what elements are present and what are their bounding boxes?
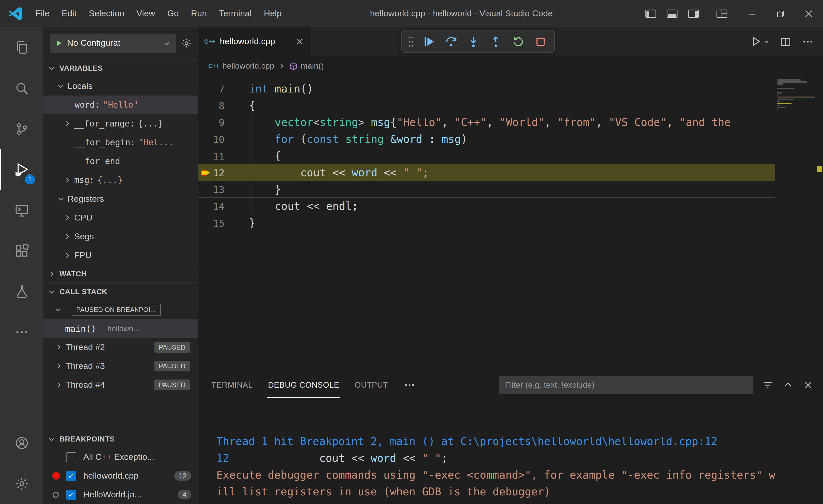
- variable-row[interactable]: __for_begin:"Hel...: [43, 133, 198, 152]
- panel-tab-output[interactable]: OUTPUT: [354, 372, 389, 398]
- more-actions-icon[interactable]: [802, 35, 814, 48]
- menu-selection[interactable]: Selection: [83, 0, 130, 27]
- menu-terminal[interactable]: Terminal: [213, 0, 258, 27]
- step-into-button[interactable]: [464, 32, 483, 51]
- activity-run-and-debug-icon[interactable]: 1: [0, 149, 43, 190]
- activity-search-icon[interactable]: [0, 68, 43, 109]
- code-line[interactable]: 14 cout << endl;: [198, 198, 823, 214]
- registers-group-row[interactable]: FPU: [43, 246, 198, 265]
- variables-section-header[interactable]: VARIABLES: [43, 59, 198, 77]
- maximize-panel-icon[interactable]: [781, 378, 795, 392]
- chevron-down-icon: [764, 39, 770, 45]
- close-button[interactable]: [795, 0, 823, 27]
- call-stack-section-header[interactable]: CALL STACK: [43, 283, 198, 300]
- activity-more-icon[interactable]: [0, 312, 43, 353]
- toolbar-drag-handle[interactable]: [406, 32, 416, 51]
- activity-testing-icon[interactable]: [0, 271, 43, 312]
- editor-gutter[interactable]: 9: [198, 114, 249, 131]
- callstack-thread-row[interactable]: Thread #4PAUSED: [43, 375, 198, 394]
- activity-remote-explorer-icon[interactable]: [0, 190, 43, 231]
- minimap[interactable]: [775, 76, 816, 372]
- debug-config-dropdown[interactable]: No Configurat: [50, 33, 176, 53]
- menu-go[interactable]: Go: [161, 0, 185, 27]
- variables-scope-row[interactable]: Locals: [43, 77, 198, 96]
- activity-accounts-icon[interactable]: [0, 423, 43, 463]
- code-line[interactable]: 8{: [198, 97, 823, 114]
- code-line[interactable]: 15}: [198, 214, 823, 231]
- editor-gutter[interactable]: 11: [198, 147, 249, 164]
- code-line[interactable]: 13 }: [198, 181, 823, 198]
- activity-explorer-icon[interactable]: [0, 27, 43, 68]
- code-line[interactable]: 7int main(): [198, 80, 823, 97]
- editor-gutter[interactable]: 10: [198, 131, 249, 147]
- tab-close-icon[interactable]: [296, 38, 304, 46]
- code-line[interactable]: 9 vector<string> msg{"Hello", "C++", "Wo…: [198, 114, 823, 131]
- variables-scope-row[interactable]: Registers: [43, 189, 198, 208]
- variable-row[interactable]: __for_end: [43, 152, 198, 171]
- breakpoint-row[interactable]: ✓HelloWorld.ja...4: [43, 485, 198, 504]
- split-editor-icon[interactable]: [780, 36, 792, 47]
- code-line[interactable]: 10 for (const string &word : msg): [198, 131, 823, 147]
- breakpoint-checkbox[interactable]: ✓: [66, 471, 76, 481]
- panel-tab-terminal[interactable]: TERMINAL: [210, 372, 254, 398]
- editor-gutter[interactable]: 13: [198, 181, 249, 198]
- console-filter-input[interactable]: [499, 376, 753, 394]
- editor-gutter[interactable]: 12: [198, 164, 249, 181]
- registers-group-row[interactable]: CPU: [43, 208, 198, 227]
- filter-lines-icon[interactable]: [761, 378, 774, 392]
- debug-settings-gear-icon[interactable]: [181, 38, 192, 49]
- breakpoints-section-header[interactable]: BREAKPOINTS: [43, 430, 198, 448]
- panel-tab-debug-console[interactable]: DEBUG CONSOLE: [267, 372, 340, 398]
- breadcrumb-item[interactable]: C++helloworld.cpp: [208, 61, 274, 70]
- panel-more-actions-icon[interactable]: [403, 379, 416, 391]
- callstack-thread-row[interactable]: Thread #3PAUSED: [43, 357, 198, 375]
- toggle-panel-icon[interactable]: [664, 6, 680, 21]
- close-panel-icon[interactable]: [802, 378, 815, 392]
- debug-console-output[interactable]: Thread 1 hit Breakpoint 2, main () at C:…: [198, 398, 823, 504]
- overview-ruler[interactable]: [816, 76, 823, 372]
- watch-section-header[interactable]: WATCH: [43, 265, 198, 283]
- breakpoint-checkbox[interactable]: ✓: [66, 490, 76, 500]
- menu-file[interactable]: File: [29, 0, 56, 27]
- menu-edit[interactable]: Edit: [56, 0, 83, 27]
- breakpoint-checkbox[interactable]: [66, 452, 76, 462]
- editor-gutter[interactable]: 14: [198, 198, 249, 214]
- restore-button[interactable]: [766, 0, 795, 27]
- code-line[interactable]: 12 cout << word << " ";: [198, 164, 823, 181]
- editor-gutter[interactable]: 7: [198, 80, 249, 97]
- variable-row[interactable]: word:"Hello": [43, 96, 198, 114]
- breakpoint-row[interactable]: All C++ Exceptio...: [43, 448, 198, 466]
- menu-run[interactable]: Run: [185, 0, 213, 27]
- activity-source-control-icon[interactable]: [0, 109, 43, 149]
- run-or-debug-button[interactable]: [750, 35, 770, 48]
- menu-view[interactable]: View: [130, 0, 161, 27]
- code-editor[interactable]: 7int main()8{9 vector<string> msg{"Hello…: [198, 76, 823, 372]
- customize-layout-icon[interactable]: [714, 6, 729, 21]
- continue-button[interactable]: [419, 32, 439, 51]
- variable-row[interactable]: __for_range:{...}: [43, 114, 198, 133]
- editor-gutter[interactable]: 15: [198, 214, 249, 231]
- callstack-thread-row[interactable]: Thread #2PAUSED: [43, 338, 198, 357]
- minimap-line: [777, 99, 795, 100]
- editor-gutter[interactable]: 8: [198, 97, 249, 114]
- stop-button[interactable]: [531, 32, 550, 51]
- toggle-secondary-sidebar-icon[interactable]: [686, 6, 701, 21]
- breadcrumb-item[interactable]: main(): [289, 61, 324, 70]
- code-line[interactable]: 11 {: [198, 147, 823, 164]
- start-debugging-icon[interactable]: [55, 39, 63, 47]
- variable-row[interactable]: msg:{...}: [43, 171, 198, 189]
- tab-helloworld-cpp[interactable]: C++ helloworld.cpp: [198, 27, 310, 56]
- callstack-frame-row[interactable]: main()hellowo...: [43, 319, 198, 338]
- toggle-primary-sidebar-icon[interactable]: [643, 6, 658, 21]
- callstack-status-row[interactable]: PAUSED ON BREAKPOI...: [43, 300, 198, 319]
- line-number: 9: [198, 117, 224, 128]
- breakpoint-row[interactable]: ✓helloworld.cpp12: [43, 466, 198, 485]
- step-over-button[interactable]: [442, 32, 461, 51]
- step-out-button[interactable]: [486, 32, 505, 51]
- activity-settings-icon[interactable]: [0, 463, 43, 504]
- restart-button[interactable]: [509, 32, 528, 51]
- menu-help[interactable]: Help: [258, 0, 288, 27]
- activity-extensions-icon[interactable]: [0, 231, 43, 271]
- registers-group-row[interactable]: Segs: [43, 227, 198, 246]
- minimize-button[interactable]: [737, 0, 766, 27]
